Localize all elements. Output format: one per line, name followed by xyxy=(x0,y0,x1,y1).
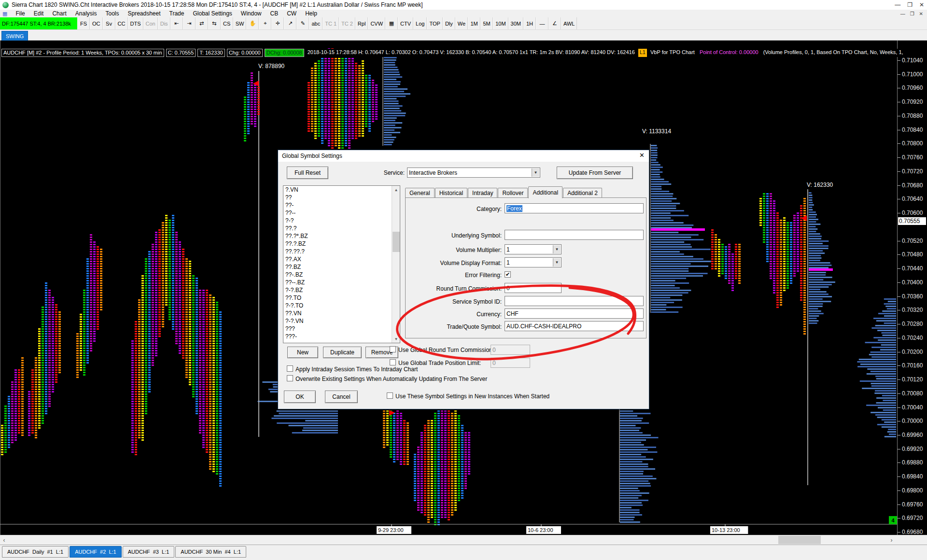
crosshair-tool-icon[interactable]: ⌖ xyxy=(259,17,271,29)
connect-button[interactable]: Con xyxy=(143,17,158,29)
maximize-icon[interactable]: ❐ xyxy=(907,1,913,8)
tc1-button[interactable]: TC 1 xyxy=(323,17,339,29)
symbol-list-item[interactable]: ??.?*.BZ xyxy=(283,232,400,240)
cs-button[interactable]: CS xyxy=(221,17,233,29)
expand-bars-icon[interactable]: ⇆ xyxy=(208,17,221,29)
timeframe-1h-button[interactable]: 1H xyxy=(523,17,536,29)
tab-additional[interactable]: Additional xyxy=(528,186,562,198)
scroll-right-end-icon[interactable]: ⇥ xyxy=(183,17,196,29)
update-from-server-button[interactable]: Update From Server xyxy=(557,167,633,179)
chart-tab-1[interactable]: AUDCHF Daily #1 L:1 xyxy=(2,546,69,558)
chevron-down-icon[interactable]: ▼ xyxy=(553,245,561,253)
replay-button[interactable]: Rpl xyxy=(355,17,368,29)
chartbook-tab-swing[interactable]: SWING xyxy=(1,31,28,41)
scroll-right-button[interactable]: › xyxy=(887,536,896,544)
symbol-list-item[interactable]: ??? xyxy=(283,325,400,333)
disconnect-button[interactable]: Dis xyxy=(158,17,170,29)
symbol-list-item[interactable]: ?-?.BZ xyxy=(283,286,400,294)
timeframe-30m-button[interactable]: 30M xyxy=(508,17,523,29)
minimize-icon[interactable]: — xyxy=(895,1,900,8)
scroll-left-end-icon[interactable]: ⇤ xyxy=(170,17,183,29)
tab-historical[interactable]: Historical xyxy=(435,188,467,198)
symbol-list-item[interactable]: ??--.BZ xyxy=(283,279,400,286)
close-icon[interactable]: ✕ xyxy=(919,1,924,8)
full-reset-button[interactable]: Full Reset xyxy=(287,167,328,179)
menu-item-trade[interactable]: Trade xyxy=(165,10,189,17)
error-filtering-checkbox[interactable]: ✔ xyxy=(505,271,511,278)
menu-item-global-settings[interactable]: Global Settings xyxy=(188,10,236,17)
mdi-minimize-icon[interactable]: — xyxy=(900,11,905,16)
oc-button[interactable]: OC xyxy=(90,17,103,29)
tc2-button[interactable]: TC 2 xyxy=(339,17,355,29)
category-input[interactable]: Forex xyxy=(505,203,644,213)
symbol-list-scroll-thumb[interactable] xyxy=(393,232,400,252)
menu-item-chart[interactable]: Chart xyxy=(48,10,70,17)
cvw-button[interactable]: CVW xyxy=(368,17,385,29)
top-button[interactable]: TOP xyxy=(427,17,442,29)
daily-button[interactable]: Dly xyxy=(443,17,455,29)
tab-general[interactable]: General xyxy=(405,188,435,198)
overwrite-settings-checkbox[interactable] xyxy=(287,375,293,381)
scroll-left-button[interactable]: ‹ xyxy=(0,536,8,544)
symbol-list-item[interactable]: ??-.BZ xyxy=(283,271,400,279)
symbol-list-item[interactable]: ???- xyxy=(283,333,400,340)
menu-item-cw[interactable]: CW xyxy=(282,10,301,17)
symbol-list-item[interactable]: ??.AX xyxy=(283,255,400,263)
symbol-list-item[interactable]: ??.? xyxy=(283,224,400,232)
scroll-up-icon[interactable]: ▲ xyxy=(392,186,400,194)
horizontal-scrollbar[interactable]: ‹ › xyxy=(0,535,927,545)
pointer-tool-icon[interactable]: ✛ xyxy=(271,17,284,29)
menu-item-file[interactable]: File xyxy=(11,10,29,17)
symbol-list-item[interactable]: ?.VN xyxy=(283,186,400,194)
weekly-button[interactable]: We xyxy=(455,17,468,29)
menu-item-help[interactable]: Help xyxy=(301,10,322,17)
tab-rollover[interactable]: Rollover xyxy=(498,188,528,198)
symbol-list-item[interactable]: ?-? xyxy=(283,217,400,224)
symbol-list-item[interactable]: ??.VN xyxy=(283,309,400,317)
volume-multiplier-dropdown[interactable]: 1▼ xyxy=(505,244,562,254)
scrollbar-thumb[interactable] xyxy=(778,536,821,544)
use-global-tpl-checkbox[interactable] xyxy=(390,359,396,365)
menu-item-spreadsheet[interactable]: Spreadsheet xyxy=(123,10,165,17)
duplicate-button[interactable]: Duplicate xyxy=(323,347,362,358)
cc-button[interactable]: CC xyxy=(115,17,128,29)
ok-button[interactable]: OK xyxy=(284,391,316,403)
horizontal-line-tool-icon[interactable]: — xyxy=(536,17,548,29)
symbol-list-item[interactable]: ?-?.VN xyxy=(283,317,400,325)
timeframe-5m-button[interactable]: 5M xyxy=(480,17,493,29)
text-tool-button[interactable]: abc xyxy=(309,17,323,29)
tab-additional-2[interactable]: Additional 2 xyxy=(563,188,602,198)
price-scale[interactable]: 0.710400.710000.709600.709200.708800.708… xyxy=(897,41,927,535)
full-screen-button[interactable]: FS xyxy=(77,17,90,29)
chevron-down-icon[interactable]: ▼ xyxy=(532,168,539,177)
tiw-grid-icon[interactable]: ▦ xyxy=(385,17,398,29)
scroll-down-icon[interactable]: ▼ xyxy=(392,335,400,343)
compress-bars-icon[interactable]: ⇄ xyxy=(196,17,208,29)
chevron-down-icon[interactable]: ▼ xyxy=(553,258,561,266)
symbol-list-item[interactable]: ?-?.TO xyxy=(283,302,400,309)
symbol-list-item[interactable]: ??.?.BZ xyxy=(283,240,400,248)
underlying-symbol-input[interactable] xyxy=(505,230,644,240)
new-button[interactable]: New xyxy=(287,347,318,358)
hand-tool-icon[interactable]: ✋ xyxy=(246,17,259,29)
volume-display-format-dropdown[interactable]: 1▼ xyxy=(505,257,562,267)
ctv-button[interactable]: CTV xyxy=(398,17,413,29)
timeframe-10m-button[interactable]: 10M xyxy=(493,17,508,29)
chart-tab-3[interactable]: AUDCHF #3 L:1 xyxy=(123,546,175,558)
use-global-rtc-checkbox[interactable] xyxy=(390,346,396,352)
symbol-list-item[interactable]: ??.TO xyxy=(283,294,400,302)
angle-tool-icon[interactable]: ∠ xyxy=(548,17,561,29)
symbol-list-item[interactable]: ?? xyxy=(283,194,400,201)
close-icon[interactable]: ✕ xyxy=(639,152,645,159)
trendline-tool-icon[interactable]: ↗ xyxy=(284,17,296,29)
symbol-list-item[interactable]: ??.??.? xyxy=(283,248,400,255)
draw-tool-icon[interactable]: ✎ xyxy=(296,17,309,29)
symbol-list[interactable]: ?.VN????-??--?-???.???.?*.BZ??.?.BZ??.??… xyxy=(283,185,400,343)
use-these-settings-checkbox[interactable] xyxy=(387,392,393,399)
chart-tab-2[interactable]: AUDCHF #2 L:1 xyxy=(70,546,122,558)
tab-intraday[interactable]: Intraday xyxy=(468,188,497,198)
log-button[interactable]: Log xyxy=(413,17,427,29)
mdi-close-icon[interactable]: ✕ xyxy=(919,11,923,16)
sw-button[interactable]: SW xyxy=(233,17,247,29)
menu-item-analysis[interactable]: Analysis xyxy=(71,10,101,17)
